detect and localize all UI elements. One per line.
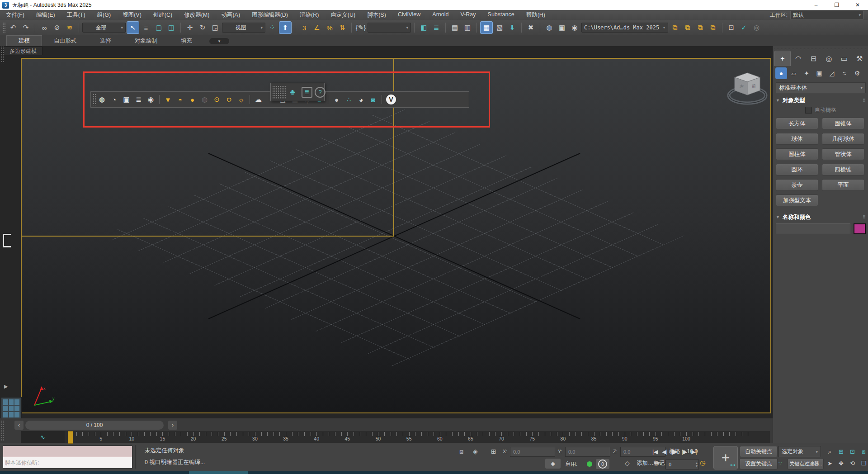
menu-rendering[interactable]: 渲染(R) (294, 11, 325, 19)
snaps-toggle-button[interactable]: 3 (298, 22, 310, 33)
percent-snap-button[interactable]: % (324, 22, 335, 33)
vray-logo-icon[interactable]: V (386, 95, 396, 104)
next-frame-button[interactable]: |▶ (682, 449, 687, 455)
spinner-icon[interactable]: ▴▾ (696, 461, 698, 468)
render-setup-button[interactable]: ◍ (543, 22, 555, 33)
vray-asset-editor-icon[interactable]: ≣ (132, 94, 145, 105)
vegetation-trees-icon[interactable]: ♣ (286, 85, 299, 99)
menu-file[interactable]: 文件(F) (0, 11, 30, 19)
field-of-view-button[interactable]: ➤ (825, 458, 835, 469)
select-object-button[interactable]: ↖ (127, 21, 139, 34)
vray-render-settings-icon[interactable]: ▣ (120, 94, 132, 105)
minimize-button[interactable]: – (806, 0, 826, 10)
menu-help[interactable]: 帮助(H) (520, 11, 551, 19)
cube-icon[interactable]: ◇ (625, 460, 630, 467)
vray-sky-icon[interactable]: ☁ (252, 94, 264, 105)
button-cylinder[interactable]: 圆柱体 (776, 148, 818, 160)
pan-view-button[interactable]: ✥ (836, 458, 846, 469)
previous-frame-button[interactable]: ◀| (662, 449, 667, 455)
category-shapes[interactable]: ▱ (788, 67, 800, 79)
vray-mesh-light-icon[interactable]: ◍ (198, 94, 211, 105)
menu-graph-editors[interactable]: 图形编辑器(D) (246, 11, 294, 19)
ribbon-tab-freeform[interactable]: 自由形式 (42, 36, 88, 46)
category-cameras[interactable]: ▣ (813, 67, 825, 79)
vray-palette-icon[interactable]: ◕ (355, 94, 367, 105)
zoom-extents-all-button[interactable]: ⧈ (859, 446, 868, 457)
subcategory-dropdown[interactable]: 标准基本体 (776, 82, 866, 93)
key-filters-button[interactable]: 关键点过滤器.. (788, 458, 824, 469)
select-and-link-icon[interactable]: ∞ (38, 22, 50, 33)
menu-arnold[interactable]: Arnold (426, 11, 454, 19)
menu-create[interactable]: 创建(C) (147, 11, 178, 19)
vray-multi-material-icon[interactable]: ∴ (343, 94, 355, 105)
ribbon-tab-selection[interactable]: 选择 (88, 36, 123, 46)
zoom-extents-button[interactable]: ⊡ (847, 446, 858, 457)
menu-substance[interactable]: Substance (482, 11, 520, 19)
selection-filter-dropdown[interactable]: 全部 (82, 23, 126, 33)
adaptive-degradation-shield-icon[interactable]: ◆ (545, 459, 561, 469)
key-mode-toggle[interactable]: ◀▶ (653, 460, 660, 465)
asset-window-button-2[interactable]: ⧉ (682, 22, 693, 33)
mirror-button[interactable]: ◧ (418, 22, 429, 33)
isolate-selection-icon[interactable]: ⧈ (459, 448, 463, 455)
ribbon-toggle-button[interactable]: ⬇ (506, 22, 518, 33)
vray-frame-buffer-icon[interactable]: ◔ (108, 94, 120, 105)
zoom-all-button[interactable]: ⊞ (836, 446, 846, 457)
viewcube-left-label[interactable]: 左 (740, 84, 744, 89)
restore-button[interactable]: ❐ (826, 0, 847, 10)
layer-explorer-button[interactable]: ▥ (462, 22, 473, 33)
align-button[interactable]: ≣ (430, 22, 442, 33)
auto-key-button[interactable]: 自动关键点 (740, 446, 778, 457)
time-slider-display[interactable]: 0 / 100 (25, 421, 164, 430)
named-selection-sets-button[interactable]: {✎} (355, 22, 367, 33)
button-box[interactable]: 长方体 (776, 118, 818, 129)
menu-customize[interactable]: 自定义(U) (325, 11, 361, 19)
use-pivot-point-button[interactable]: ⁘ (266, 22, 278, 33)
undo-button[interactable]: ↶ (7, 22, 19, 33)
tab-modify[interactable]: ◠ (791, 51, 806, 66)
vray-physical-camera-icon[interactable]: ◉ (145, 94, 157, 105)
maxscript-mini-listener[interactable]: 脚本迷你侦听: (3, 446, 132, 469)
button-torus[interactable]: 圆环 (776, 164, 818, 175)
category-helpers[interactable]: ◿ (826, 67, 838, 79)
help-icon[interactable]: ? (315, 87, 326, 98)
x-coordinate-field[interactable]: 0.0 (510, 447, 555, 457)
expand-arrow-icon[interactable]: ▶ (4, 384, 8, 389)
panel-drag-handle[interactable] (774, 47, 868, 51)
play-button[interactable]: ▶ (672, 447, 678, 456)
maximize-viewport-toggle[interactable]: ❒ (859, 458, 868, 469)
add-time-tag[interactable]: 添加…标记 (637, 460, 665, 467)
tab-hierarchy[interactable]: ⊟ (806, 51, 821, 66)
unlink-selection-icon[interactable]: ⊘ (51, 22, 63, 33)
menu-tools[interactable]: 工具(T) (61, 11, 91, 19)
vray-disc-light-icon[interactable]: ⊙ (211, 94, 223, 105)
menu-modifiers[interactable]: 修改器(M) (178, 11, 215, 19)
time-configuration-icon[interactable]: ◷ (700, 459, 705, 466)
set-keys-button[interactable]: + ⊶ (713, 446, 738, 469)
menu-views[interactable]: 视图(V) (117, 11, 147, 19)
tab-utilities[interactable]: ⚒ (852, 51, 867, 66)
button-pyramid[interactable]: 四棱锥 (822, 164, 864, 175)
select-by-name-button[interactable]: ≡ (140, 22, 152, 33)
spinner-snap-button[interactable]: ⇅ (336, 22, 348, 33)
viewcube-front-label[interactable]: 前 (752, 84, 756, 88)
caddy-counter-button[interactable]: 0 (596, 459, 609, 469)
button-text-plus[interactable]: 加强型文本 (776, 194, 818, 206)
current-frame-field[interactable]: 0 ▴▾ (665, 460, 699, 469)
button-plane[interactable]: 平面 (822, 179, 864, 191)
scene-explorer-button[interactable]: ▤ (449, 22, 461, 33)
open-mini-curve-editor-button[interactable]: ∿ (21, 431, 65, 443)
view-cube[interactable]: 左 前 (722, 67, 771, 110)
asset-window-button-4[interactable]: ⧉ (707, 22, 719, 33)
tab-display[interactable]: ▭ (836, 51, 852, 66)
list-document-icon[interactable]: ≣ (302, 87, 312, 98)
select-and-rotate-button[interactable]: ↻ (197, 22, 208, 33)
orbit-button[interactable]: ⟲ (847, 458, 858, 469)
menu-vray[interactable]: V-Ray (455, 11, 482, 19)
previous-frame-arrow[interactable]: ‹ (14, 421, 24, 430)
tab-create[interactable]: + (774, 51, 791, 66)
listener-script-row[interactable]: 脚本迷你侦听: (3, 457, 132, 468)
menu-scripting[interactable]: 脚本(S) (361, 11, 392, 19)
menu-group[interactable]: 组(G) (91, 11, 117, 19)
button-cone[interactable]: 圆锥体 (822, 118, 864, 129)
